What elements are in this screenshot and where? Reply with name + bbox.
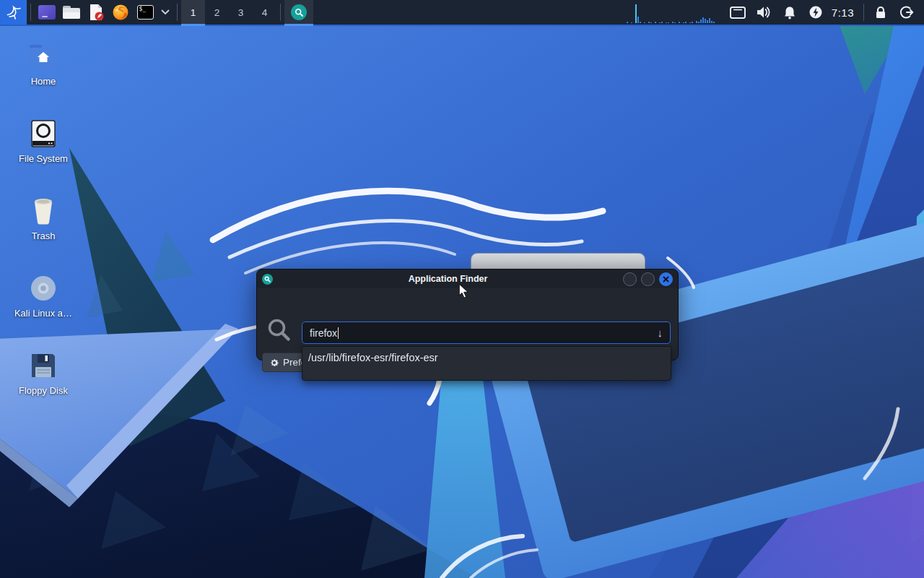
minimize-button[interactable] <box>623 272 637 286</box>
launcher-terminal[interactable]: $_ <box>133 0 157 25</box>
desktop-icon-home[interactable]: Home <box>6 40 81 87</box>
application-finder-icon <box>291 4 307 20</box>
applications-menu-button[interactable] <box>0 0 27 25</box>
top-panel: $_ 1 2 3 4 <box>0 0 924 26</box>
mouse-cursor <box>458 283 469 299</box>
trash-bin-icon <box>27 195 60 227</box>
panel-separator <box>177 4 178 21</box>
firefox-icon <box>112 4 129 21</box>
search-input[interactable]: firefox ↓ <box>302 322 671 344</box>
floppy-disk-icon <box>27 350 60 381</box>
network-monitor-graph[interactable] <box>627 1 718 23</box>
lock-screen-icon[interactable] <box>873 4 889 20</box>
folder-icon <box>62 4 81 20</box>
launcher-firefox[interactable] <box>108 0 133 25</box>
taskbar-item-application-finder[interactable] <box>284 0 313 25</box>
desktop-icon-label: Trash <box>6 230 81 241</box>
desktop-icon-floppy-disk[interactable]: Floppy Disk <box>6 350 81 396</box>
kali-dragon-icon <box>5 4 22 21</box>
dropdown-arrow-icon[interactable]: ↓ <box>658 327 663 339</box>
power-manager-icon[interactable] <box>808 4 824 20</box>
desktop-icon-label: File System <box>6 153 81 164</box>
search-input-value: firefox <box>310 327 337 339</box>
purple-app-icon <box>38 4 56 21</box>
window-title: Application Finder <box>273 274 623 284</box>
launcher-dropdown-toggle[interactable] <box>157 0 173 25</box>
gear-icon <box>269 358 279 368</box>
home-folder-icon <box>27 40 60 72</box>
close-button[interactable] <box>659 272 673 286</box>
desktop-icon-file-system[interactable]: File System <box>6 118 81 164</box>
launcher-file-manager[interactable] <box>59 0 84 25</box>
terminal-icon: $_ <box>137 5 154 20</box>
workspace-button-2[interactable]: 2 <box>205 0 229 25</box>
document-edit-icon <box>87 4 105 21</box>
display-settings-icon[interactable] <box>730 4 746 20</box>
disc-icon <box>27 272 60 304</box>
launcher-text-editor[interactable] <box>84 0 108 25</box>
workspace-button-4[interactable]: 4 <box>253 0 276 25</box>
panel-separator <box>280 4 281 21</box>
panel-clock[interactable]: 7:13 <box>832 7 854 19</box>
hard-drive-icon <box>27 118 60 150</box>
text-caret <box>338 327 339 339</box>
finder-titlebar-icon <box>262 274 273 285</box>
search-icon <box>266 317 292 343</box>
search-results-popup: /usr/lib/firefox-esr/firefox-esr <box>302 346 671 381</box>
close-icon <box>663 276 669 282</box>
chevron-down-icon <box>161 9 170 15</box>
workspace-button-1[interactable]: 1 <box>181 0 205 25</box>
search-result-item[interactable]: /usr/lib/firefox-esr/firefox-esr <box>302 347 671 363</box>
launcher-desktop-app[interactable] <box>35 0 59 25</box>
desktop-icon-trash[interactable]: Trash <box>6 195 81 241</box>
panel-separator <box>30 4 31 21</box>
desktop-icon-label: Floppy Disk <box>6 385 81 396</box>
panel-separator <box>863 4 864 21</box>
desktop-icon-kali-linux[interactable]: Kali Linux a… <box>6 272 81 319</box>
workspace-button-3[interactable]: 3 <box>229 0 253 25</box>
logout-icon[interactable] <box>899 4 915 20</box>
notifications-bell-icon[interactable] <box>782 4 798 20</box>
volume-icon[interactable] <box>756 4 772 20</box>
desktop-icon-label: Kali Linux a… <box>6 308 81 319</box>
kali-desktop: $_ 1 2 3 4 <box>0 0 924 578</box>
desktop-icon-label: Home <box>6 76 81 87</box>
maximize-button[interactable] <box>641 272 655 286</box>
